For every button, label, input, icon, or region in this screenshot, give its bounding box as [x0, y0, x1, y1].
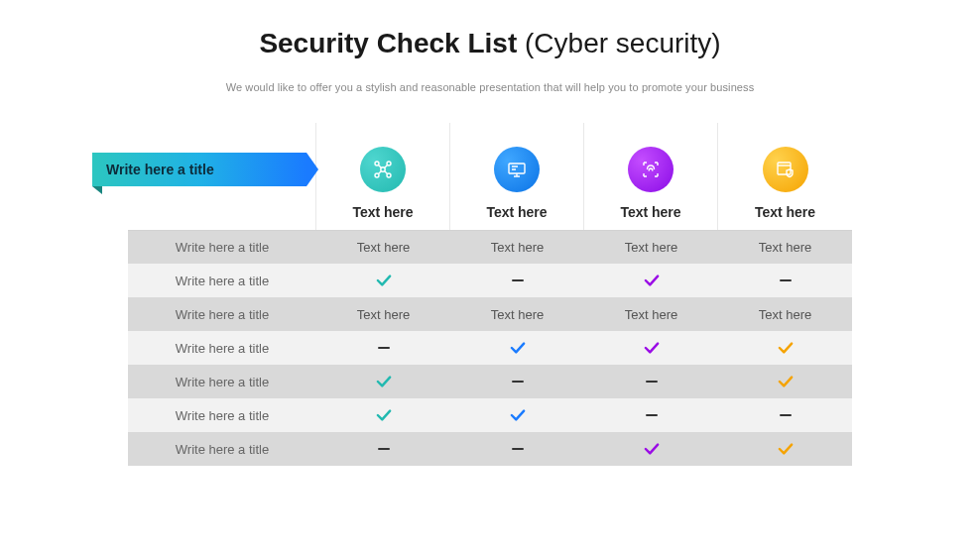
col-2-label: Text here	[486, 204, 547, 220]
table-cell	[718, 432, 852, 466]
row-label: Write here a title	[128, 230, 316, 264]
check-icon	[643, 274, 661, 287]
row-label: Write here a title	[128, 432, 316, 466]
check-icon	[777, 442, 795, 456]
dash-icon	[378, 347, 390, 350]
table-body: Write here a titleText hereText hereText…	[128, 230, 852, 466]
table-row: Write here a title	[128, 365, 852, 398]
table-cell	[450, 365, 584, 398]
table-cell	[584, 398, 718, 432]
check-icon	[643, 341, 661, 355]
svg-point-3	[387, 173, 391, 177]
svg-point-0	[375, 162, 379, 165]
header-cell-col-2: Text here	[450, 123, 584, 230]
page-title: Security Check List (Cyber security)	[259, 28, 720, 59]
table-row: Write here a title	[128, 432, 852, 466]
check-icon	[375, 375, 393, 388]
browser-shield-icon	[763, 147, 808, 192]
svg-rect-6	[778, 163, 791, 174]
header-cell-col-4: Text here	[718, 123, 852, 230]
table-cell	[718, 331, 852, 365]
dash-icon	[512, 381, 524, 384]
table-row: Write here a titleText hereText hereText…	[128, 297, 852, 331]
check-icon	[375, 408, 393, 422]
table-cell	[450, 331, 584, 365]
col-4-label: Text here	[755, 204, 815, 220]
table-cell	[584, 331, 718, 365]
table-cell	[316, 331, 450, 365]
svg-point-1	[387, 162, 391, 165]
check-icon	[777, 375, 795, 388]
table-cell: Text here	[450, 230, 584, 264]
dash-icon	[378, 448, 390, 451]
network-icon	[360, 147, 406, 192]
ribbon-label: Write here a title	[106, 162, 214, 177]
svg-rect-5	[509, 164, 525, 173]
table-cell	[450, 432, 584, 466]
fingerprint-icon	[628, 147, 674, 192]
table-cell	[316, 432, 450, 466]
row-label: Write here a title	[128, 331, 316, 365]
slide: Security Check List (Cyber security) We …	[0, 0, 980, 466]
table-cell	[584, 264, 718, 297]
dash-icon	[512, 448, 524, 451]
table-cell: Text here	[584, 297, 718, 331]
title-light: (Cyber security)	[517, 28, 720, 58]
dash-icon	[780, 414, 792, 417]
table-cell	[584, 432, 718, 466]
check-icon	[509, 408, 527, 422]
col-3-label: Text here	[620, 204, 680, 220]
check-icon	[777, 341, 795, 355]
subtitle: We would like to offer you a stylish and…	[226, 81, 755, 93]
table-cell: Text here	[718, 297, 852, 331]
table-row: Write here a titleText hereText hereText…	[128, 230, 852, 264]
row-label: Write here a title	[128, 365, 316, 398]
row-label: Write here a title	[128, 297, 316, 331]
monitor-icon	[494, 147, 540, 192]
table-row: Write here a title	[128, 264, 852, 297]
ribbon-banner: Write here a title	[92, 153, 306, 186]
svg-point-2	[375, 173, 379, 177]
row-label: Write here a title	[128, 264, 316, 297]
table-row: Write here a title	[128, 398, 852, 432]
table-cell: Text here	[718, 230, 852, 264]
table-cell	[718, 398, 852, 432]
dash-icon	[646, 414, 658, 417]
check-icon	[375, 274, 393, 287]
comparison-table: Write here a title Text here	[128, 123, 852, 466]
table-cell: Text here	[584, 230, 718, 264]
table-cell: Text here	[450, 297, 584, 331]
table-cell: Text here	[316, 297, 450, 331]
table-cell	[450, 398, 584, 432]
check-icon	[643, 442, 661, 456]
table-cell	[316, 398, 450, 432]
table-cell	[718, 365, 852, 398]
check-icon	[509, 341, 527, 355]
table-cell	[316, 264, 450, 297]
table-cell	[584, 365, 718, 398]
dash-icon	[512, 279, 524, 282]
table-cell	[450, 264, 584, 297]
row-label: Write here a title	[128, 398, 316, 432]
header-cell-col-3: Text here	[584, 123, 718, 230]
table-row: Write here a title	[128, 331, 852, 365]
dash-icon	[646, 381, 658, 384]
header-cell-col-1: Text here	[316, 123, 450, 230]
title-bold: Security Check List	[259, 28, 517, 58]
table-cell	[316, 365, 450, 398]
table-cell	[718, 264, 852, 297]
dash-icon	[780, 279, 792, 282]
table-cell: Text here	[316, 230, 450, 264]
col-1-label: Text here	[352, 204, 413, 220]
